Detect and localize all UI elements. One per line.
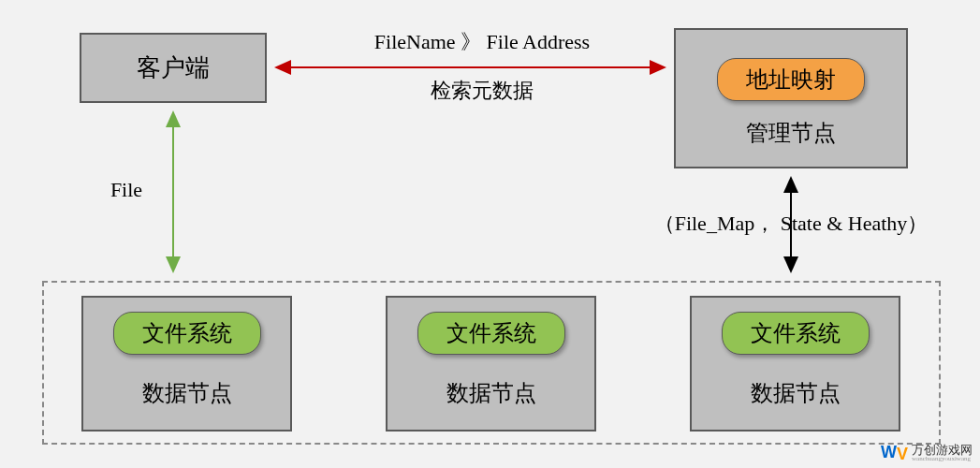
top-conn-line2: 检索元数据: [388, 77, 576, 105]
filename-label: FileName: [374, 30, 456, 53]
manager-box: 地址映射 管理节点: [674, 28, 908, 168]
data-nodes-container: 文件系统 数据节点 文件系统 数据节点 文件系统 数据节点: [42, 281, 941, 445]
watermark-cn: 万创游戏网: [912, 444, 973, 456]
data-node-label-3: 数据节点: [751, 378, 841, 408]
fileaddress-label: File Address: [487, 30, 591, 53]
watermark-logo: WV: [881, 443, 908, 462]
data-node-label-2: 数据节点: [446, 378, 536, 408]
data-node-1: 文件系统 数据节点: [81, 296, 292, 431]
filesystem-pill-2: 文件系统: [417, 312, 565, 355]
watermark-en: wanchuangyouxiwang: [912, 456, 973, 462]
top-conn-line1: FileName 》 File Address: [323, 28, 641, 56]
filemap-label: （File_Map， State & Heathy）: [618, 210, 964, 238]
manager-label: 管理节点: [746, 118, 836, 148]
watermark: WV 万创游戏网 wanchuangyouxiwang: [881, 443, 973, 462]
file-label: File: [103, 178, 150, 202]
filesystem-pill-3: 文件系统: [722, 312, 870, 355]
address-mapping-label: 地址映射: [746, 67, 836, 92]
top-arrow: [267, 58, 674, 77]
client-label: 客户端: [137, 51, 210, 84]
address-mapping-pill: 地址映射: [717, 58, 865, 101]
client-box: 客户端: [80, 33, 267, 103]
filesystem-pill-1: 文件系统: [113, 312, 261, 355]
data-node-3: 文件系统 数据节点: [690, 296, 900, 431]
data-node-label-1: 数据节点: [142, 378, 232, 408]
separator: 》: [461, 30, 481, 53]
left-arrow: [164, 103, 183, 281]
data-node-2: 文件系统 数据节点: [386, 296, 596, 431]
